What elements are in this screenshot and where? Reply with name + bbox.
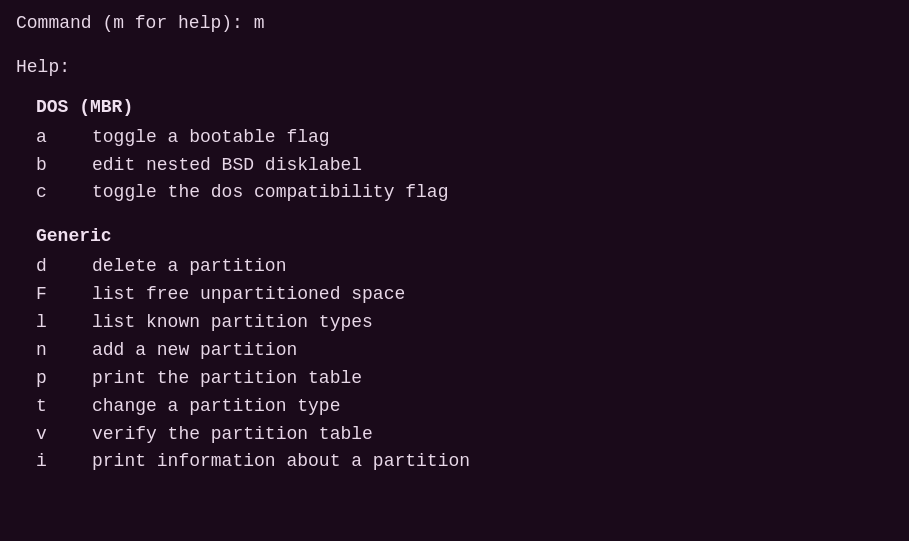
command-description: print information about a partition (92, 448, 470, 476)
terminal-content: Command (m for help): m Help: DOS (MBR)a… (16, 10, 893, 476)
command-key: v (36, 421, 66, 449)
command-description: list known partition types (92, 309, 373, 337)
command-description: delete a partition (92, 253, 286, 281)
command-row: pprint the partition table (36, 365, 893, 393)
section-items-generic: ddelete a partitionFlist free unpartitio… (16, 253, 893, 476)
command-prompt-text: Command (m for help): m (16, 13, 264, 33)
command-row: iprint information about a partition (36, 448, 893, 476)
command-row: ddelete a partition (36, 253, 893, 281)
command-key: F (36, 281, 66, 309)
command-key: d (36, 253, 66, 281)
command-description: add a new partition (92, 337, 297, 365)
command-key: l (36, 309, 66, 337)
command-description: toggle a bootable flag (92, 124, 330, 152)
command-description: toggle the dos compatibility flag (92, 179, 448, 207)
section-generic: Genericddelete a partitionFlist free unp… (16, 223, 893, 476)
sections-container: DOS (MBR)atoggle a bootable flagbedit ne… (16, 94, 893, 477)
command-row: vverify the partition table (36, 421, 893, 449)
command-row: llist known partition types (36, 309, 893, 337)
command-description: change a partition type (92, 393, 340, 421)
command-row: ctoggle the dos compatibility flag (36, 179, 893, 207)
section-dos-mbr: DOS (MBR)atoggle a bootable flagbedit ne… (16, 94, 893, 208)
command-description: verify the partition table (92, 421, 373, 449)
section-header-generic: Generic (16, 223, 893, 251)
command-key: p (36, 365, 66, 393)
command-key: a (36, 124, 66, 152)
command-row: nadd a new partition (36, 337, 893, 365)
section-items-dos-mbr: atoggle a bootable flagbedit nested BSD … (16, 124, 893, 208)
command-description: list free unpartitioned space (92, 281, 405, 309)
section-header-dos-mbr: DOS (MBR) (16, 94, 893, 122)
command-row: bedit nested BSD disklabel (36, 152, 893, 180)
command-key: t (36, 393, 66, 421)
command-line: Command (m for help): m (16, 10, 893, 38)
command-description: edit nested BSD disklabel (92, 152, 362, 180)
command-row: Flist free unpartitioned space (36, 281, 893, 309)
command-row: tchange a partition type (36, 393, 893, 421)
command-description: print the partition table (92, 365, 362, 393)
help-label: Help: (16, 54, 893, 82)
help-text: Help: (16, 57, 70, 77)
command-key: c (36, 179, 66, 207)
command-key: n (36, 337, 66, 365)
command-key: i (36, 448, 66, 476)
command-row: atoggle a bootable flag (36, 124, 893, 152)
command-key: b (36, 152, 66, 180)
